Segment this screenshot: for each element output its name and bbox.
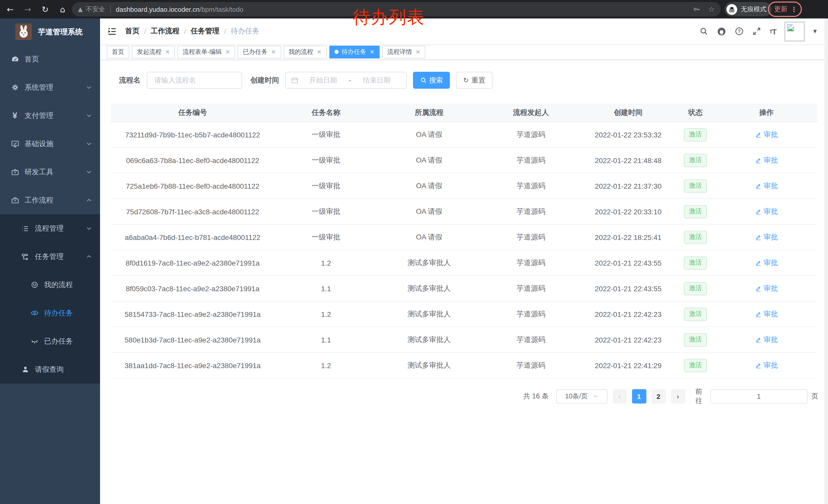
tab-process-detail[interactable]: 流程详情✕ <box>382 45 425 58</box>
next-page-button[interactable]: › <box>671 389 685 404</box>
date-range-picker[interactable]: 开始日期 - 结束日期 <box>285 72 407 89</box>
prev-page-button[interactable]: ‹ <box>612 389 627 404</box>
chevron-down-icon <box>593 394 598 399</box>
help-icon[interactable]: ? <box>735 27 744 36</box>
toolbox-icon <box>10 196 19 205</box>
approve-link[interactable]: 审批 <box>755 361 778 370</box>
sidebar-item-my-process[interactable]: 我的流程 <box>0 271 100 299</box>
forward-icon[interactable]: → <box>20 2 35 16</box>
close-icon[interactable]: ✕ <box>370 49 374 55</box>
approve-link[interactable]: 审批 <box>755 207 778 216</box>
sidebar-item-leave-query[interactable]: 请假查询 <box>0 355 100 383</box>
back-icon[interactable]: ← <box>3 2 17 16</box>
eye-icon <box>30 308 39 318</box>
approve-link[interactable]: 审批 <box>755 155 778 165</box>
tab-todo-tasks[interactable]: 待办任务✕ <box>329 45 380 58</box>
approve-link[interactable]: 审批 <box>755 130 778 139</box>
sidebar-item-process-mgmt[interactable]: 流程管理 <box>0 214 100 242</box>
process-cell: 测试多审批人 <box>378 302 481 327</box>
chevron-down-icon <box>86 113 92 119</box>
app-header: 首页 / 工作流程 / 任务管理 / 待办任务 ? <box>100 18 828 44</box>
sidebar-item-infra[interactable]: 基础设施 <box>0 130 100 158</box>
breadcrumb-workflow[interactable]: 工作流程 <box>151 27 179 36</box>
process-cell: 测试多审批人 <box>378 327 481 352</box>
task-id-cell: 069c6a63-7b8a-11ec-8ef0-acde48001122 <box>111 148 275 173</box>
col-status: 状态 <box>675 103 716 122</box>
avatar[interactable] <box>784 21 805 41</box>
tab-form-edit[interactable]: 流程表单-编辑✕ <box>177 45 235 58</box>
update-button[interactable]: 更新 ⋮ <box>768 2 802 17</box>
page-button-2[interactable]: 2 <box>651 389 666 404</box>
broken-image-icon <box>786 23 795 32</box>
task-id-cell: a6aba0a4-7b6d-11ec-b781-acde48001122 <box>111 225 275 250</box>
sidebar-item-system[interactable]: 系统管理 <box>0 73 100 101</box>
url-text: dashboard.yudao.iocoder.cn/bpm/task/todo <box>116 5 243 13</box>
search-button[interactable]: 搜索 <box>413 72 450 89</box>
password-key-icon[interactable] <box>693 5 701 13</box>
approve-link[interactable]: 审批 <box>755 284 778 293</box>
incognito-icon <box>727 4 737 15</box>
bookmark-star-icon[interactable]: ☆ <box>708 5 715 13</box>
starter-cell: 芋道源码 <box>481 122 581 147</box>
list-tree-icon <box>20 224 30 233</box>
font-size-icon[interactable]: TT <box>770 27 777 36</box>
sidebar-item-workflow[interactable]: 工作流程 <box>0 186 100 214</box>
tab-start-process[interactable]: 发起流程✕ <box>132 45 175 58</box>
sidebar-item-home[interactable]: 首页 <box>0 45 100 73</box>
sidebar-item-done-tasks[interactable]: 已办任务 <box>0 327 100 355</box>
sidebar-item-payment[interactable]: ¥ 支付管理 <box>0 101 100 130</box>
sidebar-item-task-mgmt[interactable]: 任务管理 <box>0 242 100 271</box>
search-icon[interactable] <box>699 27 708 36</box>
page-scrollbar[interactable] <box>824 18 828 504</box>
create-time-cell: 2022-01-21 22:42:23 <box>581 302 675 327</box>
close-icon[interactable]: ✕ <box>271 49 276 55</box>
status-badge: 激活 <box>684 256 707 269</box>
fullscreen-icon[interactable] <box>752 27 761 36</box>
approve-link[interactable]: 审批 <box>755 335 778 344</box>
face-icon <box>30 280 39 289</box>
breadcrumb-task-mgmt[interactable]: 任务管理 <box>191 27 219 36</box>
browser-menu-kebab-icon[interactable]: ⋮ <box>791 6 797 12</box>
approve-link[interactable]: 审批 <box>755 310 778 319</box>
close-icon[interactable]: ✕ <box>225 49 230 55</box>
github-icon[interactable] <box>717 27 727 36</box>
goto-page-input[interactable] <box>710 389 807 404</box>
monitor-icon <box>10 139 19 148</box>
task-id-cell: 58154733-7ac8-11ec-a9e2-a2380e71991a <box>111 302 275 327</box>
tab-home[interactable]: 首页 <box>107 45 129 58</box>
logo-image <box>15 24 32 40</box>
task-name-cell: 1.1 <box>275 327 378 352</box>
sidebar-item-devtools[interactable]: 研发工具 <box>0 158 100 186</box>
reset-button[interactable]: ↻ 重置 <box>456 72 493 89</box>
tab-my-process[interactable]: 我的流程✕ <box>283 45 327 58</box>
process-name-label: 流程名 <box>119 72 140 89</box>
col-actions: 操作 <box>716 103 817 122</box>
tab-done-tasks[interactable]: 已办任务✕ <box>238 45 281 58</box>
page-size-select[interactable]: 10条/页 <box>556 389 607 404</box>
sidebar-item-todo-tasks[interactable]: 待办任务 <box>0 299 100 327</box>
close-icon[interactable]: ✕ <box>165 49 170 55</box>
close-icon[interactable]: ✕ <box>416 49 420 55</box>
col-process: 所属流程 <box>378 103 481 122</box>
approve-link[interactable]: 审批 <box>755 181 778 190</box>
sidebar-toggle-icon[interactable] <box>107 27 117 36</box>
page-unit-label: 页 <box>811 392 818 401</box>
approve-link[interactable]: 审批 <box>755 258 778 267</box>
process-cell: 测试多审批人 <box>378 353 481 378</box>
home-icon[interactable]: ⌂ <box>55 2 70 16</box>
breadcrumb-home[interactable]: 首页 <box>125 27 139 36</box>
approve-link[interactable]: 审批 <box>755 232 778 242</box>
create-time-cell: 2022-01-22 18:25:41 <box>581 225 675 250</box>
create-time-cell: 2022-01-21 22:43:55 <box>581 276 675 301</box>
close-icon[interactable]: ✕ <box>317 49 321 55</box>
create-time-label: 创建时间 <box>250 72 279 89</box>
table-row: 73211d9d-7b9b-11ec-b5b7-acde48001122 一级审… <box>111 122 817 148</box>
task-id-cell: 75d72608-7b7f-11ec-a3c8-acde48001122 <box>111 199 275 224</box>
app-logo-row[interactable]: 芋道管理系统 <box>0 18 100 45</box>
caret-down-icon[interactable]: ▼ <box>813 29 817 34</box>
task-name-cell: 1.2 <box>275 250 378 275</box>
create-time-cell: 2022-01-22 23:53:32 <box>581 122 675 147</box>
process-name-input[interactable] <box>147 72 242 89</box>
page-button-1[interactable]: 1 <box>632 389 646 404</box>
reload-icon[interactable]: ↻ <box>38 2 52 16</box>
